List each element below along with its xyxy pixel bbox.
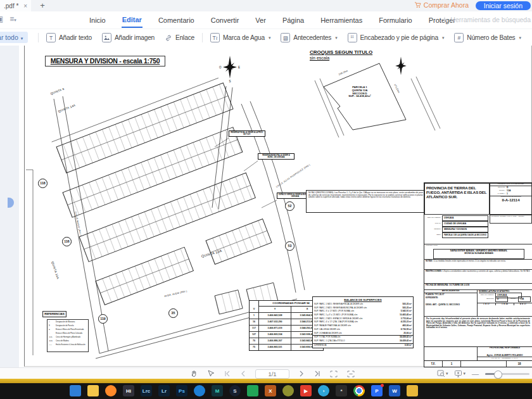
header-footer-icon: ⠛ bbox=[348, 33, 357, 42]
link-button[interactable]: Enlace bbox=[160, 34, 200, 42]
fit-page-icon[interactable] bbox=[330, 370, 338, 377]
steam-icon[interactable]: S bbox=[229, 385, 241, 396]
green-app-icon[interactable] bbox=[247, 385, 258, 396]
ribbon-menu-icon[interactable]: ≡▾ bbox=[10, 15, 16, 25]
block-number-circle: 52 bbox=[285, 201, 294, 211]
menu-bar: ▣ ≡▾ Inicio Editar Comentario Convertir … bbox=[0, 11, 532, 28]
watermark-label: Marca de Agua bbox=[223, 34, 265, 41]
restricciones-text: 1-Sujeto a servidumbres sobre nacimiento… bbox=[443, 270, 530, 272]
block-number-circle: 119 bbox=[98, 314, 108, 324]
youtube-icon[interactable]: ▶ bbox=[300, 385, 312, 396]
menu-inicio[interactable]: Inicio bbox=[89, 13, 106, 27]
menu-ver[interactable]: Ver bbox=[255, 13, 267, 27]
save-icon[interactable]: ▣ bbox=[0, 15, 3, 25]
croquis-subtitle: sin escala bbox=[310, 56, 329, 61]
left-sidebar-rail bbox=[0, 46, 19, 367]
document-tab[interactable]: .pdf * × bbox=[0, 0, 31, 11]
balance-title: BALANCE DE SUPERFICIES bbox=[313, 297, 413, 303]
chrome-icon[interactable] bbox=[353, 385, 365, 396]
x-app-icon[interactable]: X bbox=[265, 385, 276, 396]
buy-now-button[interactable]: Comprar Ahora bbox=[414, 1, 469, 9]
monitor-icon[interactable] bbox=[70, 385, 81, 396]
menu-convertir[interactable]: Convertir bbox=[210, 13, 240, 27]
add-image-button[interactable]: Añadir imagen bbox=[97, 33, 160, 42]
plan-title: MENSURA Y DIVISION - escala 1:750 bbox=[45, 56, 165, 66]
chevron-down-icon: ▾ bbox=[463, 371, 466, 376]
lot-block bbox=[215, 290, 243, 314]
fan-app-icon[interactable]: * bbox=[336, 385, 347, 396]
svg-text:E: E bbox=[238, 66, 240, 69]
zoom-slider[interactable] bbox=[485, 373, 529, 375]
chevron-down-icon: ▾ bbox=[442, 35, 444, 41]
edit-all-label: Editar todo bbox=[0, 34, 18, 41]
edit-toolbar: Editar todo ▾ T Añadir texto Añadir imag… bbox=[0, 28, 532, 47]
balance-table: BALANCE DE SUPERFICIES SUP. PARC. 1 MZO.… bbox=[312, 296, 414, 348]
compass-rose-croquis bbox=[395, 57, 407, 75]
add-image-label: Añadir imagen bbox=[115, 34, 155, 41]
marquee-zoom-button[interactable]: ▾ bbox=[437, 370, 448, 377]
legend-item: -----Hecho Existente ó Línea de Edificac… bbox=[49, 343, 87, 347]
next-page-button[interactable] bbox=[299, 370, 304, 377]
callout-box: RESERVA MUNICIPAL A CEDER A MUNIC. DE US… bbox=[258, 153, 294, 160]
tab-bar: .pdf * × + Comprar Ahora Iniciar sesión bbox=[0, 0, 532, 12]
nota3-box: NOTA 3 (RESTRICCIONES): Las Parcelas 1, … bbox=[306, 190, 426, 213]
olive-app-icon[interactable] bbox=[282, 385, 294, 396]
page-indicator[interactable]: 1/1 bbox=[255, 369, 289, 379]
first-page-button[interactable] bbox=[224, 370, 231, 377]
menu-comentario[interactable]: Comentario bbox=[158, 13, 195, 27]
yellow-app-icon[interactable] bbox=[407, 385, 418, 396]
block-number-circle: 118 bbox=[38, 179, 48, 188]
firefox-icon[interactable] bbox=[105, 385, 117, 396]
select-tool-icon[interactable] bbox=[207, 370, 215, 377]
tab-close-icon[interactable]: × bbox=[23, 3, 27, 10]
search-tools-button[interactable]: Herramientas de búsqueda bbox=[441, 16, 531, 23]
restricciones-label: RESTRICCIONES: bbox=[426, 270, 442, 272]
lightroom-icon[interactable]: Lr bbox=[158, 385, 170, 396]
file-explorer-icon[interactable] bbox=[87, 385, 99, 396]
add-image-icon bbox=[102, 33, 111, 42]
hi-app-icon[interactable]: Hi bbox=[123, 385, 134, 396]
chevron-down-icon: ▾ bbox=[446, 371, 448, 376]
edit-all-button[interactable]: Editar todo ▾ bbox=[0, 32, 28, 43]
hand-tool-icon[interactable] bbox=[190, 370, 198, 377]
frame-line bbox=[26, 170, 33, 355]
lightroom-classic-icon[interactable]: Lrc bbox=[141, 385, 152, 396]
watermark-button[interactable]: T≀ Marca de Agua▾ bbox=[205, 33, 276, 42]
bates-number-label: Número de Bates bbox=[467, 34, 515, 41]
dominio-number: II-A-12114 bbox=[490, 198, 531, 203]
previous-page-button[interactable] bbox=[241, 370, 246, 377]
menu-formulario[interactable]: Formulario bbox=[378, 13, 413, 27]
sidebar-expand-handle[interactable] bbox=[8, 198, 14, 208]
presentation-mode-button[interactable]: ▾ bbox=[454, 370, 466, 377]
zoom-slider-knob[interactable] bbox=[494, 370, 502, 379]
chevron-down-icon: ▾ bbox=[519, 35, 521, 41]
add-text-button[interactable]: T Añadir texto bbox=[41, 33, 97, 42]
last-page-button[interactable] bbox=[314, 370, 320, 377]
sign-in-button[interactable]: Iniciar sesión bbox=[476, 1, 531, 10]
zoom-out-button[interactable]: — bbox=[472, 370, 479, 377]
add-text-icon: T bbox=[46, 33, 56, 42]
bates-number-button[interactable]: # Número de Bates▾ bbox=[449, 33, 526, 42]
lot-strip bbox=[96, 247, 193, 305]
new-tab-button[interactable]: + bbox=[37, 0, 48, 11]
header-footer-button[interactable]: ⠛ Encabezado y pie de página▾ bbox=[343, 33, 450, 42]
fit-width-icon[interactable] bbox=[347, 370, 355, 377]
background-button[interactable]: ▨ Antecedentes▾ bbox=[276, 33, 342, 42]
document-workspace: O E S MENSURA Y DIVISION - escala 1:750 … bbox=[0, 46, 532, 367]
certification-text: Por la presente doy fe/conformidad al pr… bbox=[424, 316, 532, 346]
photoshop-icon[interactable]: Ps bbox=[176, 385, 187, 396]
menu-editar[interactable]: Editar bbox=[122, 13, 142, 28]
bates-number-icon: # bbox=[454, 33, 464, 42]
telegram-icon[interactable]: › bbox=[318, 385, 329, 396]
header-footer-label: Encabezado y pie de página bbox=[360, 34, 438, 41]
pdf-page: O E S MENSURA Y DIVISION - escala 1:750 … bbox=[24, 46, 532, 367]
p-app-icon[interactable]: P bbox=[371, 385, 383, 396]
menu-pagina[interactable]: Página bbox=[282, 13, 305, 27]
maya-icon[interactable]: M bbox=[212, 385, 223, 396]
word-icon[interactable]: W bbox=[389, 385, 400, 396]
buy-now-label: Comprar Ahora bbox=[424, 1, 469, 9]
browser-icon[interactable] bbox=[194, 385, 205, 396]
chevron-down-icon: ▾ bbox=[21, 36, 23, 41]
menu-herramientas[interactable]: Herramientas bbox=[320, 13, 363, 27]
main-menus: Inicio Editar Comentario Convertir Ver P… bbox=[89, 11, 456, 28]
